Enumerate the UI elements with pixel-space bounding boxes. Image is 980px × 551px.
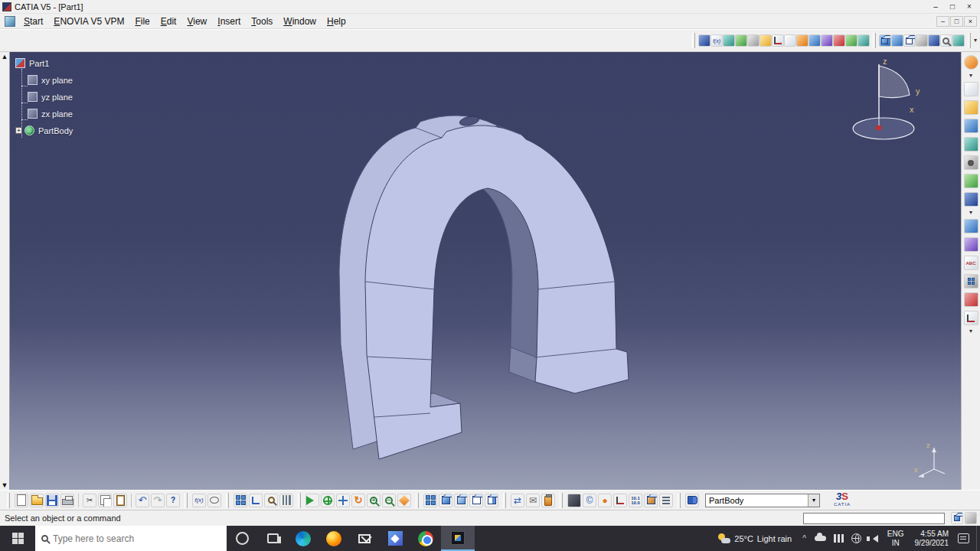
- open-folder-icon[interactable]: [30, 494, 44, 507]
- toolbar-grip[interactable]: [7, 493, 10, 508]
- toolbar-grip[interactable]: [873, 33, 876, 48]
- chevron-down-icon[interactable]: ▾: [808, 494, 819, 507]
- network-button[interactable]: [830, 526, 848, 551]
- mdi-restore-button[interactable]: □: [950, 16, 963, 27]
- hide-show-icon[interactable]: [485, 494, 498, 507]
- browser-tray-button[interactable]: [848, 526, 865, 551]
- fit-all-icon[interactable]: [321, 494, 335, 507]
- knowledge-icon[interactable]: [698, 34, 710, 47]
- mass-properties-icon[interactable]: [796, 34, 808, 47]
- maximize-button[interactable]: □: [944, 1, 961, 12]
- iso-view-icon[interactable]: [439, 494, 452, 507]
- mdi-minimize-button[interactable]: –: [936, 16, 949, 27]
- 3d-canvas[interactable]: [10, 52, 961, 490]
- catia-taskbar-button[interactable]: [441, 526, 475, 551]
- hidden-line-icon[interactable]: [916, 34, 928, 47]
- language-indicator[interactable]: ENG IN: [882, 526, 910, 551]
- minimize-button[interactable]: –: [927, 1, 944, 12]
- options-icon[interactable]: [659, 494, 673, 507]
- text-icon[interactable]: ABC: [964, 256, 978, 270]
- list-icon[interactable]: [279, 494, 293, 507]
- print-icon[interactable]: [60, 494, 74, 507]
- mail-icon[interactable]: ✉: [526, 494, 540, 507]
- draft-analysis-icon[interactable]: [845, 34, 858, 47]
- zoom-in-icon[interactable]: +: [367, 494, 381, 507]
- rotate-icon[interactable]: ↻: [351, 494, 365, 507]
- tree-label-partbody[interactable]: PartBody: [38, 126, 73, 135]
- tree-label-zx-plane[interactable]: zx plane: [41, 109, 73, 119]
- pattern-icon[interactable]: [964, 274, 978, 289]
- parallel-view-icon[interactable]: [928, 34, 940, 47]
- search-icon[interactable]: [264, 494, 278, 507]
- material-jar-icon[interactable]: [541, 494, 555, 507]
- section-icon[interactable]: [808, 34, 821, 47]
- photos-button[interactable]: [380, 526, 410, 551]
- mdi-close-button[interactable]: ×: [964, 16, 977, 27]
- design-table-icon[interactable]: [747, 34, 760, 47]
- copy-icon[interactable]: [98, 494, 112, 507]
- compass-fan[interactable]: [879, 66, 910, 98]
- 3d-viewport[interactable]: ▲ ▼ Part1: [0, 52, 961, 490]
- toolbar-grip[interactable]: [678, 493, 681, 508]
- weather-widget[interactable]: 25°C Light rain: [712, 526, 798, 551]
- fillet-icon[interactable]: [964, 219, 978, 233]
- undo-icon[interactable]: ↶: [136, 494, 149, 507]
- rule-icon[interactable]: [723, 34, 735, 47]
- cortana-button[interactable]: [227, 526, 257, 551]
- stiffener-icon[interactable]: [964, 192, 978, 207]
- pan-icon[interactable]: [336, 494, 350, 507]
- sketcher-icon[interactable]: [964, 82, 978, 96]
- redo-icon[interactable]: ↷: [151, 494, 165, 507]
- menu-help[interactable]: Help: [322, 15, 351, 28]
- zoom-out-icon[interactable]: −: [382, 494, 396, 507]
- document-icon[interactable]: [5, 16, 15, 27]
- tree-label-part1[interactable]: Part1: [29, 59, 49, 68]
- close-button[interactable]: ×: [961, 1, 978, 12]
- help-icon[interactable]: ?: [166, 494, 180, 507]
- tree-node-part1[interactable]: Part1: [15, 58, 49, 68]
- distance-band-icon[interactable]: [821, 34, 833, 47]
- toolbar-grip[interactable]: [968, 33, 971, 48]
- tree-node-xy-plane[interactable]: xy plane: [28, 75, 73, 85]
- measure-icon[interactable]: 10.110.0: [629, 494, 642, 507]
- multi-view-icon[interactable]: [423, 494, 437, 507]
- sphere-icon[interactable]: ●: [598, 494, 612, 507]
- fly-mode-icon[interactable]: [305, 494, 319, 507]
- toolbar-grip[interactable]: [503, 493, 506, 508]
- tree-node-yz-plane[interactable]: yz plane: [28, 92, 73, 102]
- chrome-button[interactable]: [410, 526, 441, 551]
- shaded-view-icon[interactable]: [454, 494, 468, 507]
- current-workbench-icon[interactable]: [964, 55, 978, 70]
- menu-insert[interactable]: Insert: [212, 15, 246, 28]
- power-input-toggle-icon[interactable]: [965, 512, 977, 524]
- normal-view-icon[interactable]: [397, 494, 411, 507]
- menu-edit[interactable]: Edit: [155, 15, 182, 28]
- menu-start[interactable]: Start: [18, 15, 48, 28]
- menu-file[interactable]: File: [129, 15, 155, 28]
- catalog-icon[interactable]: [760, 34, 772, 47]
- tree-scroll-down-icon[interactable]: ▼: [2, 481, 8, 489]
- swap-space-icon[interactable]: ⇄: [511, 494, 524, 507]
- curvature-icon[interactable]: [858, 34, 870, 47]
- taskbar-search[interactable]: [35, 526, 227, 551]
- design-table-icon[interactable]: [234, 494, 247, 507]
- wireframe-icon[interactable]: [903, 34, 916, 47]
- clock[interactable]: 4:55 AM 9/29/2021: [910, 526, 955, 551]
- formula-icon[interactable]: f(x): [192, 494, 206, 507]
- axis-system-icon[interactable]: [964, 311, 978, 325]
- tray-chevron-icon[interactable]: ^: [798, 534, 811, 543]
- structure-icon[interactable]: [249, 494, 263, 507]
- shading-edges-icon[interactable]: [891, 34, 903, 47]
- pocket-icon[interactable]: [964, 119, 978, 133]
- pad-icon[interactable]: [964, 100, 978, 115]
- edge-button[interactable]: [288, 526, 318, 551]
- toolbar-overflow-icon[interactable]: ▾: [974, 38, 977, 43]
- toolbar-more-icon[interactable]: ▾: [969, 73, 972, 78]
- boolean-icon[interactable]: [964, 292, 978, 307]
- toolbar-grip[interactable]: [185, 493, 188, 508]
- mail-button[interactable]: [349, 526, 380, 551]
- tree-node-zx-plane[interactable]: zx plane: [28, 109, 73, 119]
- tree-node-partbody[interactable]: + PartBody: [15, 126, 73, 135]
- tree-expander-icon[interactable]: +: [15, 127, 22, 134]
- save-icon[interactable]: [45, 494, 59, 507]
